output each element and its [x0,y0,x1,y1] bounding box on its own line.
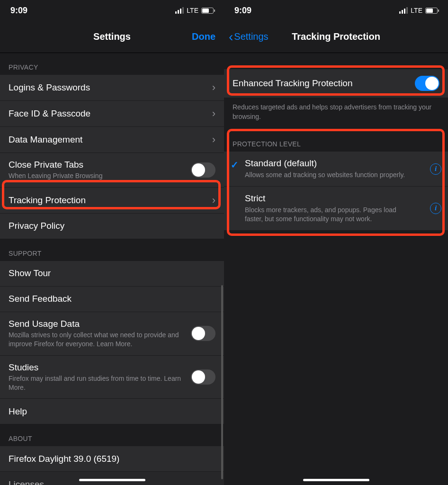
status-bar: 9:09 LTE [224,0,448,21]
support-header: SUPPORT [0,239,224,261]
protection-level-header: PROTECTION LEVEL [224,121,448,152]
scrollbar[interactable] [221,285,223,479]
row-label: Send Feedback [9,294,215,304]
row-label: Help [9,406,215,417]
tracking-protection-row[interactable]: Tracking Protection › [0,188,224,214]
chevron-right-icon: › [212,134,215,146]
etp-label: Enhanced Tracking Protection [233,78,415,89]
strict-option[interactable]: Strict Blocks more trackers, ads, and po… [224,187,448,230]
etp-row[interactable]: Enhanced Tracking Protection [224,69,448,98]
usage-data-toggle[interactable] [191,326,215,341]
done-button[interactable]: Done [192,31,215,42]
studies-row[interactable]: Studies Firefox may install and run stud… [0,356,224,399]
settings-title: Settings [93,31,131,42]
row-label: Send Usage Data [9,319,191,329]
info-icon[interactable]: i [430,203,441,214]
privacy-header: PRIVACY [0,53,224,75]
chevron-left-icon: ‹ [229,30,233,44]
option-label: Standard (default) [245,158,440,169]
etp-description: Reduces targeted ads and helps stop adve… [224,98,448,121]
row-sub: When Leaving Private Browsing [9,171,191,180]
page-title: Tracking Protection [292,31,380,42]
row-label: Close Private Tabs [9,160,191,170]
about-header: ABOUT [0,424,224,446]
settings-list[interactable]: PRIVACY Logins & Passwords › Face ID & P… [0,53,224,485]
status-right: LTE [399,7,438,14]
row-label: Face ID & Passcode [9,108,208,119]
row-label: Firefox Daylight 39.0 (6519) [9,454,215,464]
status-time: 9:09 [234,6,251,16]
tracking-protection-screen: 9:09 LTE ‹ Settings Tracking Protection … [224,0,448,485]
checkmark-icon: ✓ [231,159,239,171]
row-label: Data Management [9,135,208,145]
option-label: Strict [245,193,440,204]
status-right: LTE [175,7,214,14]
back-button[interactable]: ‹ Settings [229,30,269,44]
tracking-navbar: ‹ Settings Tracking Protection [224,21,448,53]
info-icon[interactable]: i [430,163,441,175]
row-sub: Firefox may install and run studies from… [9,374,191,392]
close-private-tabs-row[interactable]: Close Private Tabs When Leaving Private … [0,153,224,188]
network-label: LTE [187,7,198,14]
option-sub: Allows some ad tracking so websites func… [245,171,406,180]
row-sub: Mozilla strives to only collect what we … [9,331,191,349]
show-tour-row[interactable]: Show Tour [0,261,224,287]
chevron-right-icon: › [212,108,215,120]
version-row[interactable]: Firefox Daylight 39.0 (6519) [0,446,224,472]
battery-icon [201,8,214,14]
faceid-passcode-row[interactable]: Face ID & Passcode › [0,101,224,127]
status-bar: 9:09 LTE [0,0,224,21]
option-sub: Blocks more trackers, ads, and popups. P… [245,206,406,224]
tracking-body: Enhanced Tracking Protection Reduces tar… [224,53,448,485]
row-label: Logins & Passwords [9,82,208,93]
studies-toggle[interactable] [191,369,215,385]
row-label: Tracking Protection [9,195,208,206]
home-indicator[interactable] [79,479,145,481]
close-private-tabs-toggle[interactable] [191,162,215,178]
signal-icon [399,7,408,14]
send-usage-data-row[interactable]: Send Usage Data Mozilla strives to only … [0,312,224,356]
etp-toggle[interactable] [415,76,439,91]
home-indicator[interactable] [303,479,369,481]
network-label: LTE [411,7,422,14]
signal-icon [175,7,184,14]
row-label: Privacy Policy [9,221,215,231]
settings-screen: 9:09 LTE Settings Done PRIVACY Logins & … [0,0,224,485]
send-feedback-row[interactable]: Send Feedback [0,287,224,312]
data-management-row[interactable]: Data Management › [0,127,224,153]
settings-navbar: Settings Done [0,21,224,53]
chevron-right-icon: › [212,81,215,94]
battery-icon [425,8,438,14]
privacy-policy-row[interactable]: Privacy Policy [0,214,224,239]
back-label: Settings [234,31,268,42]
status-time: 9:09 [10,6,27,16]
row-label: Show Tour [9,268,215,278]
standard-option[interactable]: ✓ Standard (default) Allows some ad trac… [224,152,448,187]
help-row[interactable]: Help [0,399,224,424]
row-label: Studies [9,362,191,373]
logins-passwords-row[interactable]: Logins & Passwords › [0,75,224,101]
chevron-right-icon: › [212,194,215,207]
